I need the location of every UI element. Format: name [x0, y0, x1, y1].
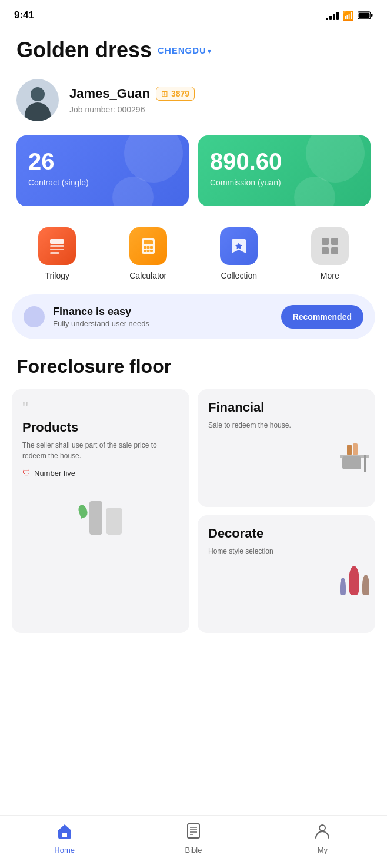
more-grid-icon	[322, 238, 338, 254]
stat-card-commission[interactable]: 890.60 Commission (yuan)	[198, 135, 371, 206]
svg-rect-13	[146, 250, 149, 252]
action-trilogy[interactable]: Trilogy	[38, 227, 76, 280]
finance-dot	[24, 306, 45, 327]
financial-title: Financial	[208, 400, 365, 415]
svg-rect-9	[144, 246, 146, 249]
qr-icon: ⊞	[161, 89, 168, 98]
finance-text: Finance is easy Fully understand user ne…	[53, 306, 273, 328]
section-title: Foreclosure floor	[0, 356, 387, 389]
job-number: 000296	[118, 105, 145, 114]
svg-rect-14	[150, 250, 153, 252]
shield-icon: 🛡	[22, 468, 31, 478]
floor-grid: " Products The seller shall use part of …	[0, 389, 387, 692]
bible-icon	[185, 823, 202, 843]
svg-rect-6	[50, 252, 59, 254]
collection-icon	[229, 237, 248, 256]
collection-icon-bg	[220, 227, 258, 265]
svg-rect-15	[62, 833, 67, 837]
stats-row: 26 Contract (single) 890.60 Commission (…	[0, 131, 387, 218]
calculator-icon-bg	[129, 227, 167, 265]
profile-job: Job number: 000296	[69, 105, 371, 114]
battery-icon	[358, 11, 373, 19]
nav-my-label: My	[318, 846, 328, 854]
more-label: More	[321, 271, 339, 280]
my-icon	[314, 823, 331, 843]
quote-mark: "	[22, 400, 179, 416]
svg-rect-1	[371, 14, 373, 17]
trilogy-icon	[48, 237, 66, 256]
bottom-nav: Home Bible My	[0, 815, 387, 868]
calculator-icon	[139, 237, 158, 256]
products-image	[12, 488, 189, 535]
stat-card-contracts[interactable]: 26 Contract (single)	[16, 135, 189, 206]
svg-rect-4	[50, 245, 64, 247]
page-title: Golden dress	[16, 38, 152, 62]
decorate-title: Decorate	[208, 526, 365, 541]
svg-rect-12	[144, 250, 146, 252]
commission-value: 890.60	[210, 150, 359, 173]
status-icons: 📶	[326, 10, 373, 21]
status-time: 9:41	[14, 9, 34, 21]
badge-text: Number five	[34, 469, 75, 478]
status-bar: 9:41 📶	[0, 0, 387, 28]
svg-rect-2	[359, 13, 370, 18]
quick-actions: Trilogy Calculator Collection	[0, 218, 387, 294]
svg-rect-10	[146, 246, 149, 249]
profile-info: James_Guan ⊞ 3879 Job number: 000296	[69, 86, 371, 114]
floor-card-decorate[interactable]: Decorate Home style selection	[198, 515, 375, 633]
profile-section: James_Guan ⊞ 3879 Job number: 000296	[0, 67, 387, 131]
floor-card-products[interactable]: " Products The seller shall use part of …	[12, 389, 189, 633]
decorate-desc: Home style selection	[208, 546, 365, 556]
nav-bible[interactable]: Bible	[170, 823, 217, 854]
contract-label: Contract (single)	[28, 178, 177, 187]
nav-home-label: Home	[54, 846, 75, 854]
products-desc: The seller shall use part of the sale pr…	[22, 440, 179, 461]
commission-label: Commission (yuan)	[210, 178, 359, 187]
nav-bible-label: Bible	[185, 846, 202, 854]
badge-number: 3879	[171, 89, 189, 98]
finance-subtitle: Fully understand user needs	[53, 319, 273, 328]
home-icon	[56, 823, 73, 843]
location-label[interactable]: CHENGDU	[158, 45, 212, 55]
trilogy-icon-bg	[38, 227, 76, 265]
more-icon-bg	[311, 227, 349, 265]
nav-my[interactable]: My	[299, 823, 346, 854]
action-collection[interactable]: Collection	[220, 227, 258, 280]
svg-rect-5	[50, 249, 64, 250]
profile-name: James_Guan	[69, 86, 150, 101]
products-badge: 🛡 Number five	[22, 468, 179, 478]
calculator-label: Calculator	[129, 271, 166, 280]
svg-rect-11	[150, 246, 153, 249]
signal-icon	[326, 11, 339, 20]
svg-rect-3	[50, 239, 64, 244]
svg-rect-8	[144, 240, 153, 244]
profile-badge: ⊞ 3879	[156, 87, 195, 101]
financial-desc: Sale to redeem the house.	[208, 420, 365, 430]
contract-value: 26	[28, 150, 177, 173]
svg-point-21	[319, 825, 325, 831]
recommended-button[interactable]: Recommended	[281, 305, 363, 329]
finance-banner[interactable]: Finance is easy Fully understand user ne…	[12, 294, 375, 339]
action-more[interactable]: More	[311, 227, 349, 280]
nav-home[interactable]: Home	[41, 823, 88, 854]
collection-label: Collection	[221, 271, 257, 280]
wifi-icon: 📶	[342, 10, 354, 21]
finance-title: Finance is easy	[53, 306, 273, 318]
floor-card-financial[interactable]: Financial Sale to redeem the house.	[198, 389, 375, 507]
trilogy-label: Trilogy	[45, 271, 70, 280]
avatar	[16, 79, 59, 121]
action-calculator[interactable]: Calculator	[129, 227, 167, 280]
svg-rect-16	[188, 824, 199, 838]
products-title: Products	[22, 420, 179, 435]
header: Golden dress CHENGDU	[0, 28, 387, 67]
